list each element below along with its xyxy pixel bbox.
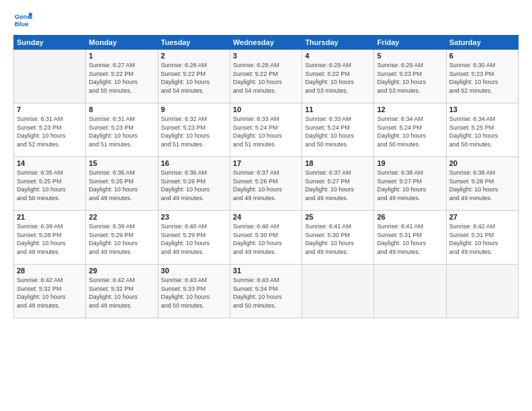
cell-info: Sunrise: 6:28 AM Sunset: 5:22 PM Dayligh…: [161, 61, 227, 95]
day-number: 29: [89, 267, 154, 275]
cell-info: Sunrise: 6:37 AM Sunset: 5:27 PM Dayligh…: [305, 169, 371, 202]
cell-info: Sunrise: 6:33 AM Sunset: 5:24 PM Dayligh…: [305, 115, 371, 148]
cell-4-5: [374, 265, 446, 318]
cell-0-4: 4Sunrise: 6:29 AM Sunset: 5:22 PM Daylig…: [302, 50, 374, 103]
cell-1-5: 12Sunrise: 6:34 AM Sunset: 5:24 PM Dayli…: [374, 103, 446, 157]
week-row-1: 7Sunrise: 6:31 AM Sunset: 5:23 PM Daylig…: [14, 103, 519, 157]
cell-info: Sunrise: 6:33 AM Sunset: 5:24 PM Dayligh…: [233, 115, 299, 148]
cell-info: Sunrise: 6:32 AM Sunset: 5:23 PM Dayligh…: [161, 115, 227, 148]
cell-info: Sunrise: 6:30 AM Sunset: 5:23 PM Dayligh…: [449, 61, 515, 95]
day-number: 1: [89, 52, 154, 60]
week-row-2: 14Sunrise: 6:35 AM Sunset: 5:25 PM Dayli…: [14, 157, 519, 211]
col-header-sunday: Sunday: [14, 36, 86, 50]
cell-info: Sunrise: 6:31 AM Sunset: 5:23 PM Dayligh…: [89, 115, 154, 148]
cell-info: Sunrise: 6:36 AM Sunset: 5:26 PM Dayligh…: [161, 169, 227, 202]
cell-0-1: 1Sunrise: 6:27 AM Sunset: 5:22 PM Daylig…: [86, 50, 158, 103]
cell-4-0: 28Sunrise: 6:42 AM Sunset: 5:32 PM Dayli…: [14, 265, 86, 318]
cell-1-2: 9Sunrise: 6:32 AM Sunset: 5:23 PM Daylig…: [158, 103, 230, 157]
day-number: 6: [449, 52, 515, 60]
day-number: 16: [161, 159, 227, 167]
cell-info: Sunrise: 6:27 AM Sunset: 5:22 PM Dayligh…: [89, 61, 154, 95]
page-header: General Blue: [13, 11, 519, 30]
cell-4-3: 31Sunrise: 6:43 AM Sunset: 5:34 PM Dayli…: [230, 265, 302, 318]
cell-info: Sunrise: 6:40 AM Sunset: 5:29 PM Dayligh…: [161, 222, 227, 256]
cell-3-5: 26Sunrise: 6:41 AM Sunset: 5:31 PM Dayli…: [374, 211, 446, 265]
cell-info: Sunrise: 6:29 AM Sunset: 5:22 PM Dayligh…: [305, 61, 371, 95]
cell-info: Sunrise: 6:39 AM Sunset: 5:28 PM Dayligh…: [17, 222, 83, 256]
cell-1-4: 11Sunrise: 6:33 AM Sunset: 5:24 PM Dayli…: [302, 103, 374, 157]
cell-4-2: 30Sunrise: 6:43 AM Sunset: 5:33 PM Dayli…: [158, 265, 230, 318]
cell-info: Sunrise: 6:40 AM Sunset: 5:30 PM Dayligh…: [233, 222, 299, 256]
day-number: 3: [233, 52, 299, 60]
day-number: 14: [17, 159, 83, 167]
col-header-monday: Monday: [86, 36, 158, 50]
cell-3-4: 25Sunrise: 6:41 AM Sunset: 5:30 PM Dayli…: [302, 211, 374, 265]
cell-2-6: 20Sunrise: 6:38 AM Sunset: 5:28 PM Dayli…: [446, 157, 518, 211]
cell-info: Sunrise: 6:41 AM Sunset: 5:31 PM Dayligh…: [377, 222, 443, 256]
day-number: 13: [449, 105, 515, 113]
cell-3-1: 22Sunrise: 6:39 AM Sunset: 5:29 PM Dayli…: [86, 211, 158, 265]
cell-info: Sunrise: 6:31 AM Sunset: 5:23 PM Dayligh…: [17, 115, 83, 148]
cell-3-0: 21Sunrise: 6:39 AM Sunset: 5:28 PM Dayli…: [14, 211, 86, 265]
cell-0-0: [14, 50, 86, 103]
day-number: 27: [449, 213, 515, 221]
cell-0-2: 2Sunrise: 6:28 AM Sunset: 5:22 PM Daylig…: [158, 50, 230, 103]
cell-info: Sunrise: 6:43 AM Sunset: 5:34 PM Dayligh…: [233, 276, 299, 310]
cell-info: Sunrise: 6:42 AM Sunset: 5:31 PM Dayligh…: [449, 222, 515, 256]
cell-3-6: 27Sunrise: 6:42 AM Sunset: 5:31 PM Dayli…: [446, 211, 518, 265]
cell-info: Sunrise: 6:36 AM Sunset: 5:25 PM Dayligh…: [89, 169, 154, 202]
cell-info: Sunrise: 6:39 AM Sunset: 5:29 PM Dayligh…: [89, 222, 154, 256]
day-number: 20: [449, 159, 515, 167]
cell-info: Sunrise: 6:42 AM Sunset: 5:32 PM Dayligh…: [89, 276, 154, 310]
cell-0-3: 3Sunrise: 6:28 AM Sunset: 5:22 PM Daylig…: [230, 50, 302, 103]
cell-info: Sunrise: 6:38 AM Sunset: 5:28 PM Dayligh…: [449, 169, 515, 202]
day-number: 21: [17, 213, 83, 221]
day-number: 24: [233, 213, 299, 221]
cell-info: Sunrise: 6:35 AM Sunset: 5:25 PM Dayligh…: [17, 169, 83, 202]
svg-text:Blue: Blue: [15, 20, 29, 28]
cell-2-0: 14Sunrise: 6:35 AM Sunset: 5:25 PM Dayli…: [14, 157, 86, 211]
col-header-wednesday: Wednesday: [230, 36, 302, 50]
col-header-saturday: Saturday: [446, 36, 518, 50]
col-header-friday: Friday: [374, 36, 446, 50]
cell-4-1: 29Sunrise: 6:42 AM Sunset: 5:32 PM Dayli…: [86, 265, 158, 318]
cell-2-2: 16Sunrise: 6:36 AM Sunset: 5:26 PM Dayli…: [158, 157, 230, 211]
cell-4-6: [446, 265, 518, 318]
day-number: 18: [305, 159, 371, 167]
cell-info: Sunrise: 6:38 AM Sunset: 5:27 PM Dayligh…: [377, 169, 443, 202]
cell-2-5: 19Sunrise: 6:38 AM Sunset: 5:27 PM Dayli…: [374, 157, 446, 211]
day-number: 23: [161, 213, 227, 221]
cell-2-3: 17Sunrise: 6:37 AM Sunset: 5:26 PM Dayli…: [230, 157, 302, 211]
cell-1-1: 8Sunrise: 6:31 AM Sunset: 5:23 PM Daylig…: [86, 103, 158, 157]
cell-info: Sunrise: 6:34 AM Sunset: 5:24 PM Dayligh…: [377, 115, 443, 148]
day-number: 26: [377, 213, 443, 221]
cell-info: Sunrise: 6:37 AM Sunset: 5:26 PM Dayligh…: [233, 169, 299, 202]
calendar-table: SundayMondayTuesdayWednesdayThursdayFrid…: [13, 35, 519, 318]
day-number: 10: [233, 105, 299, 113]
cell-0-6: 6Sunrise: 6:30 AM Sunset: 5:23 PM Daylig…: [446, 50, 518, 103]
cell-1-0: 7Sunrise: 6:31 AM Sunset: 5:23 PM Daylig…: [14, 103, 86, 157]
cell-info: Sunrise: 6:41 AM Sunset: 5:30 PM Dayligh…: [305, 222, 371, 256]
col-header-tuesday: Tuesday: [158, 36, 230, 50]
logo: General Blue: [13, 11, 32, 30]
day-number: 9: [161, 105, 227, 113]
day-number: 12: [377, 105, 443, 113]
cell-3-3: 24Sunrise: 6:40 AM Sunset: 5:30 PM Dayli…: [230, 211, 302, 265]
cell-2-1: 15Sunrise: 6:36 AM Sunset: 5:25 PM Dayli…: [86, 157, 158, 211]
col-header-thursday: Thursday: [302, 36, 374, 50]
day-number: 2: [161, 52, 227, 60]
cell-info: Sunrise: 6:34 AM Sunset: 5:25 PM Dayligh…: [449, 115, 515, 148]
cell-info: Sunrise: 6:42 AM Sunset: 5:32 PM Dayligh…: [17, 276, 83, 310]
column-headers: SundayMondayTuesdayWednesdayThursdayFrid…: [14, 36, 519, 50]
day-number: 17: [233, 159, 299, 167]
cell-info: Sunrise: 6:28 AM Sunset: 5:22 PM Dayligh…: [233, 61, 299, 95]
cell-4-4: [302, 265, 374, 318]
logo-icon: General Blue: [13, 11, 32, 30]
day-number: 31: [233, 267, 299, 275]
cell-info: Sunrise: 6:43 AM Sunset: 5:33 PM Dayligh…: [161, 276, 227, 310]
day-number: 19: [377, 159, 443, 167]
day-number: 4: [305, 52, 371, 60]
day-number: 8: [89, 105, 154, 113]
day-number: 15: [89, 159, 154, 167]
day-number: 11: [305, 105, 371, 113]
